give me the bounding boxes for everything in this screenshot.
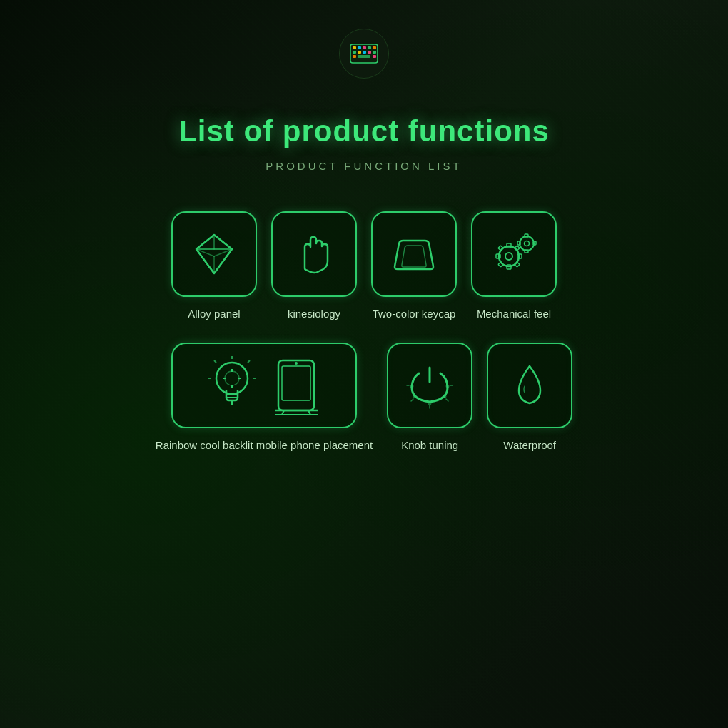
svg-rect-34 [525,234,528,237]
top-icon-wrapper [339,29,389,79]
svg-rect-5 [373,46,376,49]
keycap-icon-box [371,211,457,297]
keyboard-icon [350,44,378,64]
svg-rect-53 [282,366,310,400]
svg-point-57 [444,395,446,397]
svg-point-38 [216,363,248,394]
svg-point-59 [447,385,449,387]
svg-rect-2 [358,46,361,49]
page-subtitle: PRODUCT FUNCTION LIST [266,160,462,172]
svg-rect-36 [517,241,520,245]
svg-rect-10 [373,51,376,54]
alloy-panel-icon-box [171,211,257,297]
feature-knob-tuning: Knob tuning [387,343,472,453]
svg-line-61 [411,399,413,401]
rainbow-backlit-icon-box [171,343,357,428]
svg-point-32 [520,236,534,251]
svg-point-55 [429,402,431,404]
two-color-keycap-label: Two-color keycap [373,307,456,321]
feature-waterproof: Waterproof [487,343,572,453]
feature-alloy-panel: Alloy panel [171,211,257,321]
svg-line-44 [248,360,250,363]
features-row-2: Rainbow cool backlit mobile phone placem… [156,343,572,453]
svg-point-23 [505,253,512,260]
water-icon [505,360,555,410]
svg-line-62 [446,399,448,401]
kinesiology-icon-box [271,211,357,297]
svg-point-33 [524,241,529,246]
features-container: Alloy panel kinesiology [156,211,572,452]
svg-rect-1 [353,46,356,49]
svg-rect-11 [353,55,356,58]
gear-icon-box [471,211,557,297]
svg-rect-3 [363,46,366,49]
feature-rainbow-backlit: Rainbow cool backlit mobile phone placem… [156,343,373,453]
waterproof-icon-box [487,343,572,428]
svg-rect-37 [533,241,536,245]
kinesiology-label: kinesiology [288,307,340,321]
feature-mechanical-feel: Mechanical feel [471,211,557,321]
features-row-1: Alloy panel kinesiology [156,211,572,321]
svg-rect-12 [358,55,370,58]
rainbow-backlit-label: Rainbow cool backlit mobile phone placem… [156,438,373,453]
mechanical-feel-label: Mechanical feel [477,307,551,321]
svg-point-58 [411,385,413,387]
feature-two-color-keycap: Two-color keycap [371,211,457,321]
main-content: List of product functions PRODUCT FUNCTI… [0,0,728,452]
page-title: List of product functions [178,114,550,148]
gear-icon [487,229,541,279]
alloy-panel-label: Alloy panel [188,307,240,321]
keycap-icon [389,236,439,272]
svg-rect-7 [358,51,361,54]
knob-tuning-icon-box [387,343,472,428]
knob-tuning-label: Knob tuning [401,438,458,453]
svg-rect-13 [373,55,376,58]
svg-point-47 [225,371,239,385]
svg-rect-35 [525,250,528,253]
svg-line-43 [214,360,216,363]
power-icon [405,360,455,410]
diamond-icon [189,229,239,279]
svg-rect-9 [368,51,371,54]
lightbulb-phone-icon [193,353,335,418]
svg-rect-4 [368,46,371,49]
hand-icon [289,229,339,279]
feature-kinesiology: kinesiology [271,211,357,321]
svg-rect-8 [363,51,366,54]
svg-point-56 [414,395,416,397]
svg-rect-52 [278,360,314,410]
waterproof-label: Waterproof [503,438,556,453]
svg-point-54 [295,362,298,365]
svg-rect-6 [353,51,356,54]
